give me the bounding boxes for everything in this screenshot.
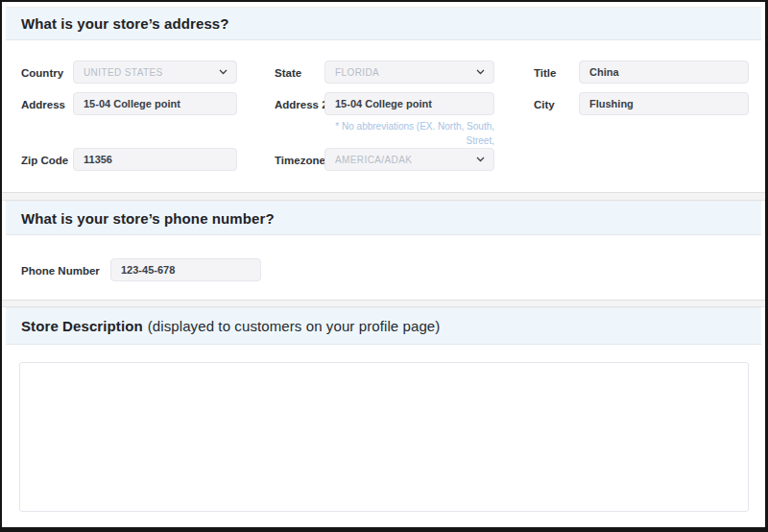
zip-code-label: Zip Code xyxy=(21,155,68,166)
state-select-value: FLORIDA xyxy=(335,67,379,78)
state-label: State xyxy=(275,67,301,79)
chevron-down-icon xyxy=(476,69,485,75)
timezone-label: Timezone xyxy=(275,155,325,166)
title-label: Title xyxy=(534,67,556,79)
description-title-bold: Store Description xyxy=(21,318,143,334)
phone-number-label: Phone Number xyxy=(21,265,100,277)
address2-label: Address 2 xyxy=(275,99,328,110)
address-input[interactable] xyxy=(73,92,237,115)
description-title-note: (displayed to customers on your profile … xyxy=(148,318,441,334)
title-input[interactable] xyxy=(579,60,749,84)
section-divider xyxy=(2,192,765,201)
country-select-value: UNITED STATES xyxy=(84,67,163,78)
city-label: City xyxy=(534,99,555,110)
address-label: Address xyxy=(21,99,65,110)
phone-number-input[interactable] xyxy=(110,258,261,281)
description-section-title: Store Description(displayed to customers… xyxy=(21,318,440,334)
chevron-down-icon xyxy=(476,157,485,162)
section-divider xyxy=(2,300,765,307)
state-select[interactable]: FLORIDA xyxy=(324,60,494,84)
store-description-textarea[interactable] xyxy=(19,362,749,512)
timezone-select[interactable]: AMERICA/ADAK xyxy=(324,148,494,171)
zip-code-input[interactable] xyxy=(73,148,237,171)
address-section-header: What is your store’s address? xyxy=(6,7,761,40)
phone-section-title: What is your store’s phone number? xyxy=(21,210,275,227)
chevron-down-icon xyxy=(219,69,228,75)
address2-input[interactable] xyxy=(324,92,494,115)
city-input[interactable] xyxy=(579,92,749,115)
country-label: Country xyxy=(21,67,63,79)
country-select[interactable]: UNITED STATES xyxy=(73,60,237,84)
description-section-header: Store Description(displayed to customers… xyxy=(6,307,761,345)
timezone-select-value: AMERICA/ADAK xyxy=(335,155,412,165)
address-section-title: What is your store’s address? xyxy=(21,15,229,32)
phone-section-header: What is your store’s phone number? xyxy=(6,201,761,235)
store-settings-page: What is your store’s address? Country UN… xyxy=(0,0,768,532)
